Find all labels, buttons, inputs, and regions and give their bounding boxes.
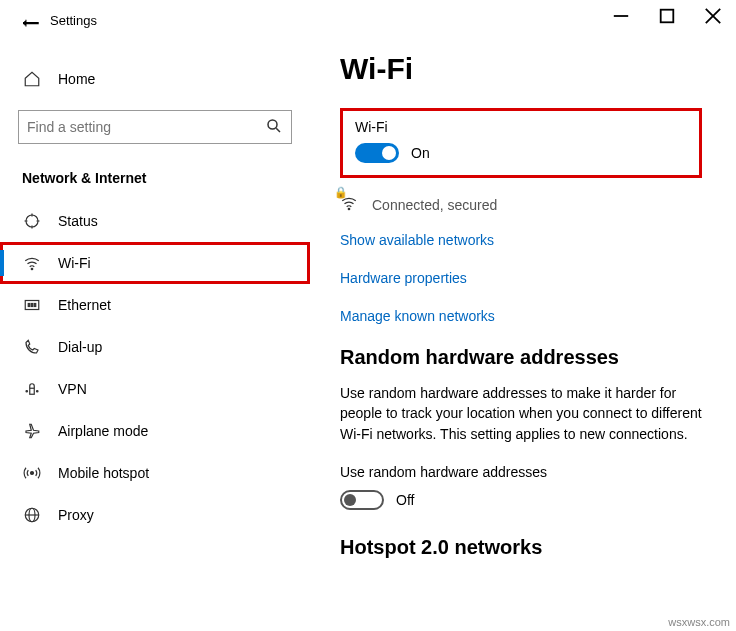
sidebar-item-label: Wi-Fi	[58, 255, 91, 271]
sidebar-item-airplane[interactable]: Airplane mode	[0, 410, 310, 452]
svg-rect-10	[31, 304, 33, 307]
ethernet-icon	[22, 296, 42, 314]
sidebar-item-label: VPN	[58, 381, 87, 397]
random-addresses-toggle-label: Use random hardware addresses	[340, 464, 702, 480]
link-manage-known-networks[interactable]: Manage known networks	[340, 308, 702, 324]
sidebar-item-status[interactable]: Status	[0, 200, 310, 242]
close-button[interactable]	[690, 1, 736, 31]
random-addresses-heading: Random hardware addresses	[340, 346, 702, 369]
sidebar-item-wifi[interactable]: Wi-Fi	[0, 242, 310, 284]
random-addresses-toggle[interactable]	[340, 490, 384, 510]
maximize-button[interactable]	[644, 1, 690, 31]
sidebar: Home Network & Internet Status Wi-Fi	[0, 32, 310, 631]
status-icon	[22, 212, 42, 230]
lock-icon: 🔒	[334, 186, 348, 199]
wifi-toggle-state: On	[411, 145, 430, 161]
random-addresses-toggle-state: Off	[396, 492, 414, 508]
sidebar-item-vpn[interactable]: VPN	[0, 368, 310, 410]
sidebar-item-label: Ethernet	[58, 297, 111, 313]
svg-point-14	[37, 391, 39, 393]
wifi-toggle-section: Wi-Fi On	[340, 108, 702, 178]
sidebar-item-proxy[interactable]: Proxy	[0, 494, 310, 536]
svg-point-19	[348, 208, 350, 210]
svg-point-6	[26, 215, 38, 227]
airplane-icon	[22, 422, 42, 440]
main-panel: Wi-Fi Wi-Fi On 🔒 Connected, secured Show…	[310, 32, 736, 631]
random-addresses-desc: Use random hardware addresses to make it…	[340, 383, 702, 444]
svg-point-15	[31, 472, 34, 475]
svg-line-5	[276, 128, 280, 132]
search-input[interactable]	[27, 119, 265, 135]
sidebar-item-dialup[interactable]: Dial-up	[0, 326, 310, 368]
sidebar-item-label: Dial-up	[58, 339, 102, 355]
dialup-icon	[22, 338, 42, 356]
sidebar-item-label: Mobile hotspot	[58, 465, 149, 481]
wifi-toggle[interactable]	[355, 143, 399, 163]
vpn-icon	[22, 380, 42, 398]
wifi-secured-icon: 🔒	[340, 192, 358, 218]
search-icon	[265, 117, 283, 138]
sidebar-item-hotspot[interactable]: Mobile hotspot	[0, 452, 310, 494]
svg-rect-9	[28, 304, 30, 307]
back-button[interactable]: 🠔	[22, 14, 40, 35]
link-hardware-properties[interactable]: Hardware properties	[340, 270, 702, 286]
window-title: Settings	[50, 13, 97, 28]
watermark: wsxwsx.com	[668, 616, 730, 628]
sidebar-item-label: Airplane mode	[58, 423, 148, 439]
home-icon	[22, 70, 42, 88]
connection-status-row: 🔒 Connected, secured	[340, 192, 702, 218]
svg-rect-11	[34, 304, 36, 307]
svg-point-7	[31, 268, 33, 270]
search-box[interactable]	[18, 110, 292, 144]
proxy-icon	[22, 506, 42, 524]
connection-status-text: Connected, secured	[372, 197, 497, 213]
sidebar-item-ethernet[interactable]: Ethernet	[0, 284, 310, 326]
svg-point-4	[268, 120, 277, 129]
wifi-icon	[22, 254, 42, 272]
home-nav[interactable]: Home	[0, 62, 310, 96]
sidebar-item-label: Status	[58, 213, 98, 229]
wifi-toggle-label: Wi-Fi	[355, 119, 687, 135]
sidebar-item-label: Proxy	[58, 507, 94, 523]
home-label: Home	[58, 71, 95, 87]
category-title: Network & Internet	[0, 164, 310, 200]
svg-rect-12	[30, 388, 35, 394]
minimize-button[interactable]	[598, 1, 644, 31]
page-title: Wi-Fi	[340, 52, 702, 86]
svg-rect-1	[661, 10, 674, 23]
hotspot-icon	[22, 464, 42, 482]
link-show-networks[interactable]: Show available networks	[340, 232, 702, 248]
hotspot-heading: Hotspot 2.0 networks	[340, 536, 702, 559]
svg-point-13	[26, 391, 28, 393]
